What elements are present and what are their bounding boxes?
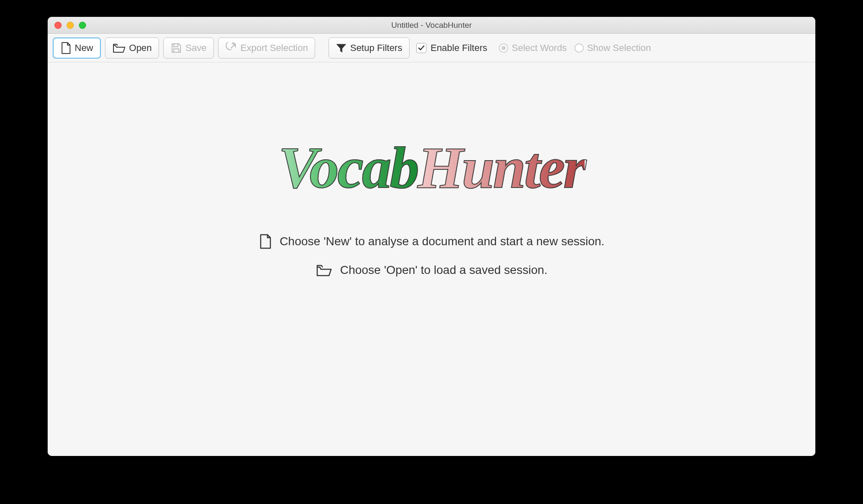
view-mode-radios: Select Words Show Selection bbox=[499, 43, 651, 54]
select-words-label: Select Words bbox=[512, 43, 566, 54]
radio-icon bbox=[499, 43, 508, 53]
new-button-label: New bbox=[75, 43, 93, 54]
logo-part-hunter: Hunter bbox=[418, 138, 585, 197]
save-button-label: Save bbox=[186, 43, 207, 54]
setup-filters-button[interactable]: Setup Filters bbox=[329, 38, 410, 59]
file-new-icon bbox=[60, 42, 71, 54]
folder-open-icon bbox=[112, 42, 126, 54]
save-icon bbox=[170, 42, 182, 54]
close-icon[interactable] bbox=[54, 21, 62, 29]
file-icon bbox=[259, 233, 272, 249]
app-window: Untitled - VocabHunter New Open Save bbox=[48, 17, 815, 456]
maximize-icon[interactable] bbox=[79, 21, 86, 29]
new-button[interactable]: New bbox=[53, 38, 101, 59]
hint-open-text: Choose 'Open' to load a saved session. bbox=[340, 263, 547, 277]
enable-filters-label: Enable Filters bbox=[431, 43, 488, 54]
hint-new-row: Choose 'New' to analyse a document and s… bbox=[259, 233, 604, 249]
main-content: Vocab Hunter Choose 'New' to analyse a d… bbox=[48, 62, 815, 456]
radio-icon bbox=[574, 43, 584, 53]
window-title: Untitled - VocabHunter bbox=[54, 21, 809, 30]
export-selection-label: Export Selection bbox=[240, 43, 308, 54]
titlebar: Untitled - VocabHunter bbox=[48, 17, 815, 34]
hint-open-row: Choose 'Open' to load a saved session. bbox=[316, 263, 547, 277]
save-button: Save bbox=[163, 38, 214, 59]
traffic-lights bbox=[54, 21, 86, 29]
toolbar: New Open Save Export Selection Set bbox=[48, 34, 815, 62]
minimize-icon[interactable] bbox=[67, 21, 74, 29]
export-icon bbox=[225, 42, 237, 54]
setup-filters-label: Setup Filters bbox=[350, 43, 402, 54]
open-button[interactable]: Open bbox=[105, 38, 159, 59]
checkbox-icon bbox=[416, 43, 426, 53]
select-words-radio: Select Words bbox=[499, 43, 566, 54]
show-selection-label: Show Selection bbox=[587, 43, 651, 54]
enable-filters-checkbox[interactable]: Enable Filters bbox=[416, 43, 488, 54]
app-logo: Vocab Hunter bbox=[278, 138, 585, 197]
export-selection-button: Export Selection bbox=[218, 38, 315, 59]
logo-part-vocab: Vocab bbox=[278, 138, 418, 197]
show-selection-radio: Show Selection bbox=[574, 43, 651, 54]
filter-icon bbox=[336, 43, 347, 54]
folder-open-icon bbox=[316, 263, 332, 277]
open-button-label: Open bbox=[129, 43, 152, 54]
hint-new-text: Choose 'New' to analyse a document and s… bbox=[280, 235, 604, 248]
